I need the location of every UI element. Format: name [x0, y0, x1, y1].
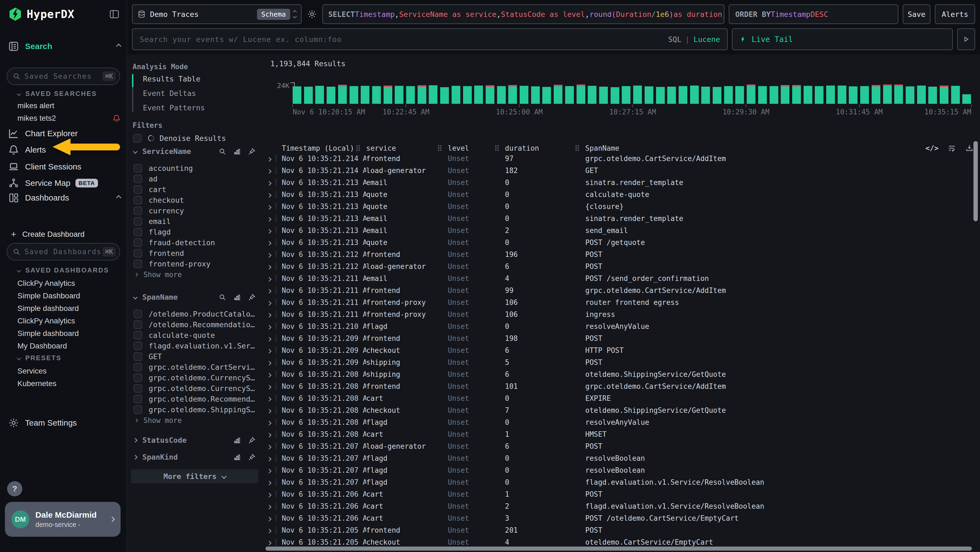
- filter-section-spankind[interactable]: SpanKind: [127, 453, 263, 461]
- expand-row-icon[interactable]: [263, 442, 282, 450]
- mode-results-table[interactable]: Results Table: [143, 75, 200, 83]
- checkbox[interactable]: [134, 249, 142, 257]
- histogram-bar[interactable]: [395, 86, 403, 104]
- expand-row-icon[interactable]: [263, 406, 282, 415]
- table-row[interactable]: Nov 6 10:35:21.214 AMload-generatorUnset…: [263, 164, 980, 177]
- save-button[interactable]: Save: [903, 4, 931, 24]
- column-service[interactable]: service: [366, 144, 448, 152]
- expand-row-icon[interactable]: [263, 334, 282, 343]
- histogram-bar[interactable]: [520, 86, 528, 104]
- more-filters-button[interactable]: More filters: [131, 469, 258, 483]
- filter-value-row[interactable]: frontend-proxy: [127, 258, 263, 269]
- histogram-bar[interactable]: [497, 86, 506, 104]
- histogram-bar[interactable]: [327, 87, 336, 104]
- filter-value-row[interactable]: frontend: [127, 248, 263, 258]
- column-spanname[interactable]: SpanName: [585, 144, 969, 152]
- column-timestamp[interactable]: Timestamp (Local): [282, 144, 366, 152]
- histogram-bar[interactable]: [565, 86, 574, 104]
- filter-section-servicename[interactable]: ServiceName: [127, 147, 263, 156]
- histogram-bar[interactable]: [350, 86, 358, 104]
- table-row[interactable]: Nov 6 10:35:21.210 AMflagdUnset0resolveA…: [263, 321, 980, 332]
- table-row[interactable]: Nov 6 10:35:21.213 AMquoteUnset0calculat…: [263, 188, 980, 201]
- histogram-bar[interactable]: [440, 87, 449, 104]
- histogram-bar[interactable]: [474, 86, 483, 104]
- bar-chart-icon[interactable]: [233, 294, 241, 301]
- filter-value-row[interactable]: flagd.evaluation.v1.Ser…: [127, 341, 263, 351]
- vertical-scrollbar[interactable]: [974, 141, 978, 221]
- alerts-button[interactable]: Alerts: [935, 4, 975, 24]
- checkbox[interactable]: [134, 352, 142, 361]
- expand-row-icon[interactable]: [263, 430, 282, 439]
- filter-value-row[interactable]: calculate-quote: [127, 330, 263, 341]
- histogram-bar[interactable]: [951, 86, 960, 104]
- table-row[interactable]: Nov 6 10:35:21.207 AMflagdUnset0resolveB…: [263, 464, 980, 476]
- table-row[interactable]: Nov 6 10:35:21.212 AMload-generatorUnset…: [263, 260, 980, 273]
- expand-row-icon[interactable]: [263, 274, 282, 282]
- expand-row-icon[interactable]: [263, 418, 282, 426]
- histogram-bar[interactable]: [860, 86, 869, 104]
- table-row[interactable]: Nov 6 10:35:21.211 AMemailUnset4POST /se…: [263, 273, 980, 284]
- pin-icon[interactable]: [248, 148, 256, 155]
- checkbox[interactable]: [134, 260, 142, 268]
- drag-handle-icon[interactable]: [576, 145, 577, 147]
- expand-row-icon[interactable]: [263, 262, 282, 271]
- expand-row-icon[interactable]: [263, 346, 282, 354]
- histogram-bar[interactable]: [792, 85, 801, 104]
- drag-handle-icon[interactable]: [356, 145, 358, 147]
- expand-row-icon[interactable]: [263, 310, 282, 319]
- expand-row-icon[interactable]: [263, 286, 282, 295]
- table-row[interactable]: Nov 6 10:35:21.208 AMcartUnset1HMSET: [263, 428, 980, 440]
- table-row[interactable]: Nov 6 10:35:21.213 AMemailUnset0sinatra.…: [263, 212, 980, 225]
- table-row[interactable]: Nov 6 10:35:21.206 AMcartUnset1POST: [263, 488, 980, 500]
- filter-value-row[interactable]: grpc.oteldemo.CurrencyS…: [127, 372, 263, 383]
- histogram-bar[interactable]: [962, 94, 971, 104]
- histogram-bar[interactable]: [486, 85, 494, 104]
- table-row[interactable]: Nov 6 10:35:21.213 AMemailUnset0sinatra.…: [263, 177, 980, 188]
- checkbox[interactable]: [134, 175, 142, 183]
- filter-value-row[interactable]: fraud-detection: [127, 237, 263, 248]
- filter-value-row[interactable]: grpc.oteldemo.ShippingS…: [127, 404, 263, 415]
- preset-item[interactable]: Services: [18, 367, 121, 375]
- histogram-bar[interactable]: [611, 87, 619, 104]
- checkbox[interactable]: [133, 134, 142, 142]
- expand-row-icon[interactable]: [263, 322, 282, 330]
- table-row[interactable]: Nov 6 10:35:21.206 AMcartUnset3POST /ote…: [263, 512, 980, 524]
- horizontal-scrollbar[interactable]: [266, 547, 972, 550]
- expand-row-icon[interactable]: [263, 298, 282, 306]
- checkbox[interactable]: [134, 373, 142, 382]
- histogram-bar[interactable]: [293, 86, 301, 104]
- sql-toggle[interactable]: SQL: [668, 35, 681, 44]
- expand-row-icon[interactable]: [263, 179, 282, 187]
- histogram-bar[interactable]: [633, 86, 642, 104]
- histogram-bar[interactable]: [406, 86, 415, 104]
- histogram-bar[interactable]: [542, 87, 551, 104]
- filter-value-row[interactable]: grpc.oteldemo.CartServi…: [127, 362, 263, 372]
- table-row[interactable]: Nov 6 10:35:21.208 AMshippingUnset6oteld…: [263, 369, 980, 380]
- checkbox[interactable]: [134, 196, 142, 204]
- checkbox[interactable]: [134, 363, 142, 371]
- saved-dashboard-item[interactable]: Simple Dashboard: [18, 292, 121, 300]
- table-row[interactable]: Nov 6 10:35:21.211 AMfrontend-proxyUnset…: [263, 297, 980, 308]
- checkbox[interactable]: [134, 405, 142, 414]
- filter-value-row[interactable]: accounting: [127, 163, 263, 174]
- expand-row-icon[interactable]: [263, 358, 282, 367]
- histogram-bar[interactable]: [361, 86, 369, 104]
- language-toggle[interactable]: SQL | Lucene: [668, 29, 720, 49]
- saved-searches-input[interactable]: Saved Searches ⌘K: [6, 67, 120, 85]
- sidebar-item-client-sessions[interactable]: Client Sessions: [8, 161, 121, 172]
- checkbox[interactable]: [134, 206, 142, 215]
- checkbox[interactable]: [134, 228, 142, 236]
- saved-dashboard-item[interactable]: ClickPy Analytics: [18, 317, 121, 325]
- expand-row-icon[interactable]: [263, 155, 282, 163]
- source-settings-button[interactable]: [306, 4, 318, 24]
- filter-value-row[interactable]: currency: [127, 206, 263, 216]
- table-row[interactable]: Nov 6 10:35:21.208 AMfrontendUnset101grp…: [263, 380, 980, 392]
- histogram-bar[interactable]: [803, 86, 812, 104]
- drag-handle-icon[interactable]: [438, 145, 439, 147]
- sidebar-item-dashboards[interactable]: Dashboards: [8, 192, 121, 203]
- sidebar-item-service-map[interactable]: Service Map BETA: [8, 178, 121, 188]
- filter-value-row[interactable]: /oteldemo.ProductCatalo…: [127, 309, 263, 319]
- filter-value-row[interactable]: cart: [127, 184, 263, 195]
- checkbox[interactable]: [134, 185, 142, 194]
- table-row[interactable]: Nov 6 10:35:21.211 AMfrontend-proxyUnset…: [263, 308, 980, 321]
